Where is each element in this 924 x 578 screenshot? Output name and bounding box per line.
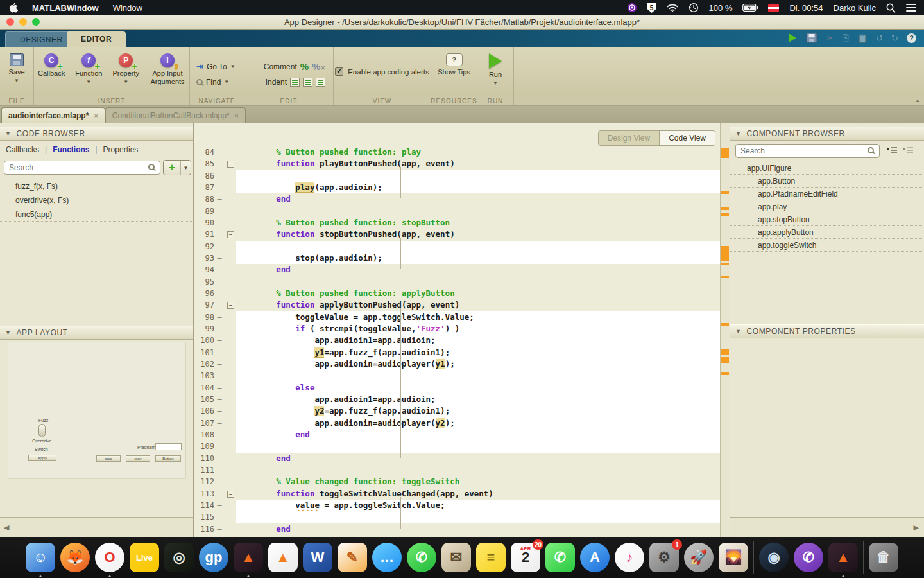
breakpoint-column[interactable] — [214, 276, 225, 288]
code-browser-tab-properties[interactable]: Properties — [103, 145, 139, 154]
code-line[interactable]: 112 % Value changed function: toggleSwit… — [194, 476, 720, 487]
code-line[interactable]: 97− function applyButtonPushed(app, even… — [194, 299, 720, 311]
line-number[interactable]: 111 — [194, 464, 214, 476]
code-line[interactable]: 86 — [194, 170, 720, 182]
breakpoint-column[interactable]: – — [214, 323, 225, 335]
dock-icon-trash[interactable]: 🗑 — [869, 543, 898, 572]
code-line[interactable]: 96 % Button pushed function: applyButton — [194, 288, 720, 299]
code-text[interactable]: if ( strcmpi(toggleValue,'Fuzz') ) — [236, 323, 720, 335]
fold-column[interactable] — [225, 323, 236, 335]
line-number[interactable]: 109 — [194, 441, 214, 452]
code-line[interactable]: 109 — [194, 441, 720, 452]
line-number[interactable]: 112 — [194, 476, 214, 487]
dock-icon-mail[interactable]: ✉ — [441, 543, 471, 572]
code-text[interactable]: % Button pushed function: stopButton — [236, 217, 720, 229]
function-list-item[interactable]: overdrive(x, Fs) — [0, 193, 192, 207]
dock-icon-pages[interactable]: ✎ — [338, 543, 367, 572]
close-button[interactable] — [6, 18, 14, 26]
code-text[interactable]: app.audioin1=app.audioin; — [236, 394, 720, 405]
file-tab-1[interactable]: ConditionalButtonCallBack.mlapp*× — [105, 107, 246, 123]
left-panel-scroll-strip[interactable]: ◀ — [0, 517, 193, 537]
add-function-button[interactable]: + ▼ — [163, 160, 191, 175]
component-browser-search[interactable] — [735, 144, 880, 158]
warning-marker[interactable] — [721, 357, 729, 363]
tab-editor[interactable]: EDITOR — [67, 31, 126, 47]
code-text[interactable]: play(app.audioin); — [236, 182, 720, 193]
code-editor[interactable]: Design View Code View 84 % Button pushed… — [194, 123, 730, 537]
code-line[interactable]: 103 — [194, 370, 720, 381]
code-line[interactable]: 114– value = app.toggleSwitch.Value; — [194, 500, 720, 511]
breakpoint-column[interactable] — [214, 488, 225, 500]
code-text[interactable] — [236, 170, 720, 182]
code-text[interactable]: % Button pushed function: applyButton — [236, 288, 720, 299]
paste-icon[interactable]: 📋 — [857, 33, 868, 43]
line-number[interactable]: 85 — [194, 158, 214, 170]
line-number[interactable]: 91 — [194, 229, 214, 240]
fold-column[interactable] — [225, 335, 236, 346]
code-browser-header[interactable]: ▼ CODE BROWSER — [0, 127, 193, 141]
code-line[interactable]: 95 — [194, 276, 720, 288]
breakpoint-column[interactable] — [214, 288, 225, 299]
code-text[interactable]: end — [236, 264, 720, 276]
fold-column[interactable]: − — [225, 229, 236, 240]
code-browser-tab-functions[interactable]: Functions — [53, 145, 89, 154]
breakpoint-column[interactable] — [214, 441, 225, 452]
line-number[interactable]: 86 — [194, 170, 214, 182]
notification-center-icon[interactable] — [906, 4, 916, 12]
dock-icon-engine-dj[interactable]: ◎ — [164, 543, 194, 572]
line-number[interactable]: 104 — [194, 382, 214, 394]
code-line[interactable]: 92 — [194, 241, 720, 252]
dock-icon-photos[interactable]: 🌄 — [719, 543, 748, 572]
line-number[interactable]: 93 — [194, 252, 214, 264]
fold-column[interactable] — [225, 193, 236, 205]
breakpoint-column[interactable] — [214, 146, 225, 158]
warning-marker[interactable] — [721, 372, 729, 375]
help-icon[interactable]: ? — [907, 33, 916, 43]
time-machine-icon[interactable] — [689, 3, 699, 13]
breakpoint-column[interactable]: – — [214, 394, 225, 405]
code-text[interactable] — [236, 441, 720, 452]
fold-column[interactable] — [225, 500, 236, 511]
tree-item-app-UIFigure[interactable]: app.UIFigure — [730, 162, 922, 175]
dock-icon-firefox[interactable]: 🦊 — [60, 543, 90, 572]
fold-column[interactable] — [225, 217, 236, 229]
code-line[interactable]: 93– stop(app.audioin); — [194, 252, 720, 264]
line-number[interactable]: 105 — [194, 394, 214, 405]
breakpoint-column[interactable] — [214, 464, 225, 476]
line-number[interactable]: 90 — [194, 217, 214, 229]
save-button[interactable]: Save▼ — [4, 52, 28, 85]
comment-icon[interactable]: % — [300, 61, 309, 72]
line-number[interactable]: 101 — [194, 347, 214, 358]
code-line[interactable]: 87– play(app.audioin); — [194, 182, 720, 193]
wifi-icon[interactable] — [667, 3, 678, 13]
warning-marker[interactable] — [721, 191, 729, 194]
breakpoint-column[interactable] — [214, 511, 225, 523]
line-number[interactable]: 113 — [194, 488, 214, 500]
code-text[interactable]: y1=app.fuzz_f(app.audioin1); — [236, 347, 720, 358]
breakpoint-column[interactable]: – — [214, 347, 225, 358]
close-tab-icon[interactable]: × — [235, 112, 239, 119]
code-line[interactable]: 90 % Button pushed function: stopButton — [194, 217, 720, 229]
dock-icon-stickies[interactable]: ≡ — [476, 543, 506, 572]
search-input[interactable] — [9, 163, 147, 172]
code-text[interactable]: end — [236, 453, 720, 464]
code-line[interactable]: 116– end — [194, 523, 720, 535]
breakpoint-column[interactable]: – — [214, 335, 225, 346]
app-input-arguments-button[interactable]: I✏ App Input Arguments — [146, 52, 189, 87]
code-text[interactable]: end — [236, 523, 720, 535]
fold-minus-icon[interactable]: − — [227, 161, 234, 168]
code-text[interactable] — [236, 276, 720, 288]
line-number[interactable]: 106 — [194, 405, 214, 417]
dock-icon-matlab-2[interactable]: ▲ — [828, 543, 858, 572]
fold-column[interactable] — [225, 358, 236, 370]
line-number[interactable]: 87 — [194, 182, 214, 193]
breakpoint-column[interactable]: – — [214, 182, 225, 193]
run-button[interactable]: Run▼ — [485, 52, 506, 87]
code-line[interactable]: 99– if ( strcmpi(toggleValue,'Fuzz') ) — [194, 323, 720, 335]
scroll-right-icon[interactable]: ▶ — [914, 523, 919, 532]
dock-icon-itunes[interactable]: ♪ — [615, 543, 644, 572]
fold-column[interactable] — [225, 405, 236, 417]
quick-run-icon[interactable] — [789, 33, 796, 42]
code-text[interactable]: y2=app.fuzz_f(app.audioin1); — [236, 405, 720, 417]
warning-marker[interactable] — [721, 349, 729, 355]
